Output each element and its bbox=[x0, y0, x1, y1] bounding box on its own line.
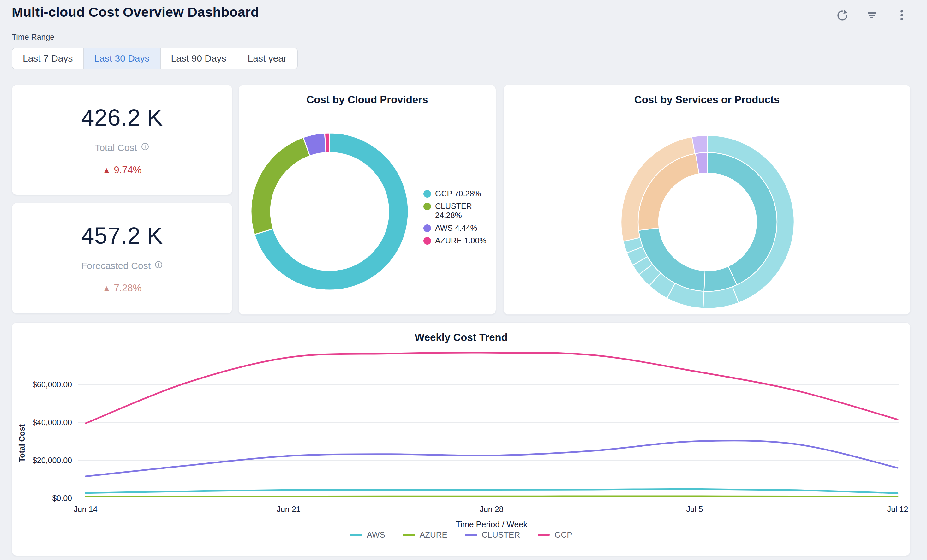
forecasted-cost-value: 457.2 K bbox=[81, 222, 163, 249]
legend-item-cluster[interactable]: CLUSTER 24.28% bbox=[423, 202, 491, 220]
forecasted-cost-delta: ▲ 7.28% bbox=[103, 282, 142, 294]
time-range-option-last-7-days[interactable]: Last 7 Days bbox=[12, 48, 83, 68]
time-range-option-last-30-days[interactable]: Last 30 Days bbox=[83, 48, 160, 68]
legend-dot bbox=[423, 190, 431, 197]
header-actions bbox=[835, 8, 909, 23]
forecasted-cost-label: Forecasted Cost bbox=[81, 260, 150, 271]
legend-dot bbox=[423, 237, 431, 244]
time-range-option-last-90-days[interactable]: Last 90 Days bbox=[160, 48, 237, 68]
filter-button[interactable] bbox=[865, 8, 880, 23]
forecasted-cost-label-row: Forecasted Cost bbox=[81, 260, 163, 271]
legend-dash bbox=[465, 534, 477, 536]
services-sunburst-chart[interactable] bbox=[619, 134, 796, 310]
refresh-icon bbox=[836, 9, 849, 22]
legend-dash bbox=[350, 534, 362, 536]
time-range-option-last-year[interactable]: Last year bbox=[237, 48, 297, 68]
total-cost-label-row: Total Cost bbox=[95, 143, 149, 153]
total-cost-value: 426.2 K bbox=[81, 104, 163, 131]
legend-item-gcp[interactable]: GCP 70.28% bbox=[423, 189, 491, 198]
svg-text:$60,000.00: $60,000.00 bbox=[32, 380, 72, 389]
legend-dot bbox=[423, 203, 431, 210]
providers-chart-title: Cost by Cloud Providers bbox=[239, 94, 496, 106]
providers-legend: GCP 70.28% CLUSTER 24.28% AWS 4.44% AZUR… bbox=[423, 189, 491, 249]
legend-item-aws[interactable]: AWS 4.44% bbox=[423, 223, 491, 233]
trend-legend-item-azure[interactable]: AZURE bbox=[403, 530, 447, 540]
up-triangle-icon: ▲ bbox=[103, 166, 111, 174]
weekly-cost-trend-card: Weekly Cost Trend $0.00$20,000.00$40,000… bbox=[12, 322, 910, 556]
providers-donut-chart[interactable] bbox=[248, 129, 412, 294]
trend-legend: AWS AZURE CLUSTER GCP bbox=[12, 530, 910, 540]
svg-text:Jun 21: Jun 21 bbox=[277, 505, 300, 514]
page-title: Multi-cloud Cost Overview Dashboard bbox=[12, 5, 259, 20]
time-range-segmented-control: Last 7 Days Last 30 Days Last 90 Days La… bbox=[12, 48, 298, 69]
legend-dash bbox=[538, 534, 550, 536]
info-icon[interactable] bbox=[141, 143, 149, 153]
forecasted-cost-kpi-card: 457.2 K Forecasted Cost ▲ 7.28% bbox=[12, 203, 233, 313]
svg-text:Total Cost: Total Cost bbox=[17, 424, 26, 462]
page-header: Multi-cloud Cost Overview Dashboard bbox=[12, 0, 914, 32]
weekly-trend-line-chart[interactable]: $0.00$20,000.00$40,000.00$60,000.00Jun 1… bbox=[12, 323, 910, 555]
more-options-button[interactable] bbox=[894, 8, 909, 23]
up-triangle-icon: ▲ bbox=[103, 284, 111, 292]
time-range-label: Time Range bbox=[12, 32, 54, 42]
total-cost-kpi-card: 426.2 K Total Cost ▲ 9.74% bbox=[12, 85, 233, 195]
svg-text:Jun 14: Jun 14 bbox=[74, 505, 97, 514]
cost-by-cloud-providers-card: Cost by Cloud Providers GCP 70.28% CLUST… bbox=[239, 85, 496, 315]
legend-item-azure[interactable]: AZURE 1.00% bbox=[423, 236, 491, 245]
filter-icon bbox=[865, 9, 879, 22]
svg-text:$0.00: $0.00 bbox=[52, 494, 72, 502]
trend-legend-item-gcp[interactable]: GCP bbox=[538, 530, 572, 540]
refresh-button[interactable] bbox=[835, 8, 850, 23]
info-icon[interactable] bbox=[154, 260, 163, 271]
legend-dash bbox=[403, 534, 415, 536]
svg-text:Jun 28: Jun 28 bbox=[480, 505, 503, 514]
total-cost-delta: ▲ 9.74% bbox=[103, 164, 142, 176]
trend-legend-item-cluster[interactable]: CLUSTER bbox=[465, 530, 520, 540]
services-chart-title: Cost by Services or Products bbox=[504, 94, 910, 106]
svg-text:$20,000.00: $20,000.00 bbox=[32, 456, 72, 465]
svg-text:Jul 12: Jul 12 bbox=[887, 505, 908, 514]
cost-by-services-card: Cost by Services or Products bbox=[503, 85, 910, 315]
more-options-icon bbox=[895, 9, 908, 22]
svg-text:$40,000.00: $40,000.00 bbox=[32, 418, 72, 427]
svg-text:Jul 5: Jul 5 bbox=[687, 505, 703, 514]
svg-text:Time Period / Week: Time Period / Week bbox=[456, 520, 528, 529]
legend-dot bbox=[423, 225, 431, 232]
trend-legend-item-aws[interactable]: AWS bbox=[350, 530, 385, 540]
total-cost-label: Total Cost bbox=[95, 143, 137, 153]
